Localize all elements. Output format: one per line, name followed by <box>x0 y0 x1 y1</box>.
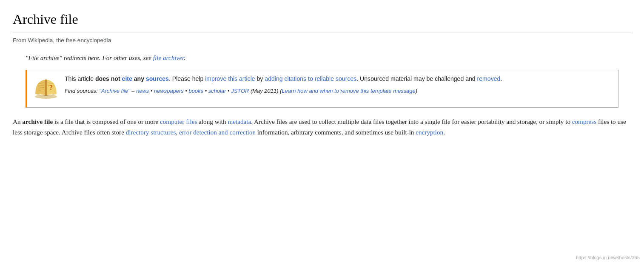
computer-files-link[interactable]: computer files <box>160 118 197 125</box>
notice-sources-link[interactable]: sources <box>146 75 169 82</box>
archive-file-term: archive file <box>22 118 53 125</box>
notice-content: This article does not cite any sources. … <box>65 74 612 98</box>
redirect-text-after: . <box>184 54 185 61</box>
improve-article-link[interactable]: improve this article <box>205 75 255 82</box>
redirect-notice: "File archive" redirects here. For other… <box>26 53 631 63</box>
notice-bold-does-not: does not cite any sources <box>95 75 169 82</box>
file-archiver-link[interactable]: file archiver <box>153 54 184 61</box>
redirect-text-before: "File archive" redirects here. For other… <box>26 54 153 61</box>
notice-find-sources: Find sources: "Archive file" – news • ne… <box>65 87 612 96</box>
find-news-link[interactable]: news <box>136 88 149 94</box>
notice-learn: (Learn how and when to remove this templ… <box>280 88 417 94</box>
svg-text:?: ? <box>49 84 53 91</box>
metadata-link[interactable]: metadata <box>228 118 251 125</box>
encryption-link[interactable]: encryption <box>416 129 443 136</box>
wikipedia-subtitle: From Wikipedia, the free encyclopedia <box>13 36 631 45</box>
article-paragraph-1: An archive file is a file that is compos… <box>13 116 631 137</box>
find-scholar-link[interactable]: scholar <box>208 88 226 94</box>
find-newspapers-link[interactable]: newspapers <box>154 88 184 94</box>
error-detection-link[interactable]: error detection and correction <box>179 129 256 136</box>
learn-remove-link[interactable]: Learn how and when to remove this templa… <box>282 88 415 94</box>
article-body: An archive file is a file that is compos… <box>13 116 631 137</box>
book-icon: ? <box>33 76 59 100</box>
notice-date: (May 2011) <box>251 88 278 94</box>
citation-notice-box: ? This article does not cite any sources… <box>26 70 618 108</box>
directory-structures-link[interactable]: directory structures <box>126 129 176 136</box>
notice-main-text: This article does not cite any sources. … <box>65 74 612 83</box>
find-books-link[interactable]: books <box>189 88 204 94</box>
find-jstor-link[interactable]: JSTOR <box>231 88 249 94</box>
page-title: Archive file <box>13 9 631 32</box>
compress-link[interactable]: compress <box>572 118 596 125</box>
find-archive-file-link[interactable]: "Archive file" <box>99 88 130 94</box>
notice-cite-link[interactable]: cite <box>122 75 132 82</box>
adding-citations-link[interactable]: adding citations to reliable sources <box>265 75 356 82</box>
book-icon-container: ? <box>33 76 59 103</box>
removed-link[interactable]: removed <box>477 75 501 82</box>
